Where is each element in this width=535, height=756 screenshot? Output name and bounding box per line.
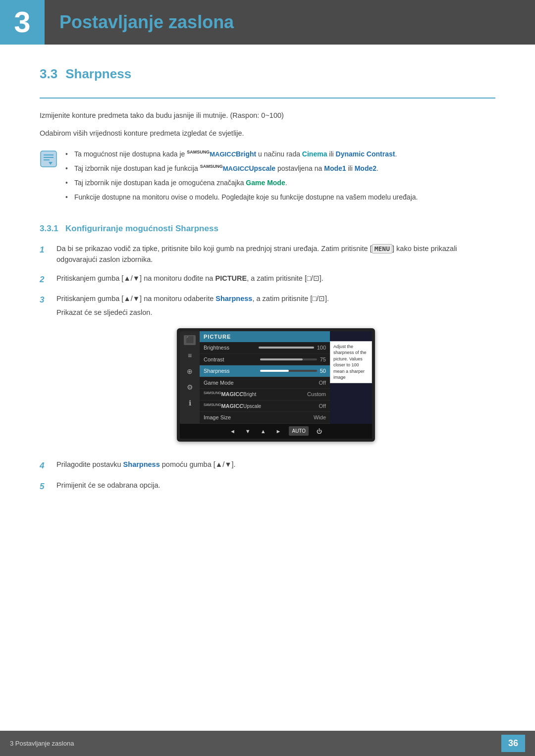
- step-5-number: 5: [40, 480, 50, 493]
- menu-item-imagesize: Image Size Wide: [200, 412, 330, 424]
- note-item-2: Taj izbornik nije dostupan kad je funkci…: [65, 163, 418, 174]
- steps-list: 1 Da bi se prikazao vodič za tipke, prit…: [40, 244, 495, 493]
- section-heading: 3.3 Sharpness: [40, 64, 495, 84]
- step-3-number: 3: [40, 294, 50, 306]
- sidebar-icon-gear: ⚙: [184, 383, 196, 393]
- step-2: 2 Pritiskanjem gumba [▲/▼] na monitoru d…: [40, 273, 495, 286]
- menu-item-contrast: Contrast 75: [200, 354, 330, 366]
- subsection-heading: 3.3.1 Konfiguriranje mogućnosti Sharpnes…: [40, 222, 495, 235]
- svg-rect-0: [41, 151, 56, 167]
- nav-btn-power: ⏻: [315, 426, 324, 437]
- note-icon: [40, 150, 57, 168]
- notes-block: Ta mogućnost nije dostupna kada je SAMSU…: [40, 149, 495, 206]
- step-1-text: Da bi se prikazao vodič za tipke, pritis…: [56, 244, 495, 265]
- note-item-4: Funkcije dostupne na monitoru ovise o mo…: [65, 192, 418, 202]
- section-number: 3.3: [40, 64, 57, 84]
- monitor-screenshot: ⬛ ≡ ⊕ ⚙ ℹ PICTURE Brigh: [177, 328, 375, 442]
- nav-btn-auto: AUTO: [289, 426, 309, 436]
- menu-item-magicbright: SAMSUNGMAGICCBright Custom: [200, 389, 330, 401]
- subsection-title: Konfiguriranje mogućnosti Sharpness: [65, 224, 218, 233]
- monitor-menu-panel: PICTURE Brightness 100: [200, 331, 330, 424]
- monitor-outer: ⬛ ≡ ⊕ ⚙ ℹ PICTURE Brigh: [177, 328, 375, 442]
- nav-btn-left: ◄: [228, 426, 237, 437]
- monitor-bottom-bar: ◄ ▼ ▲ ► AUTO ⏻: [180, 424, 372, 439]
- step-5: 5 Primijenit će se odabrana opcija.: [40, 480, 495, 493]
- step-3: 3 Pritiskanjem gumba [▲/▼] na monitoru o…: [40, 294, 495, 452]
- sidebar-icon-monitor: ⬛: [184, 335, 196, 345]
- step-5-text: Primijenit će se odabrana opcija.: [56, 480, 495, 491]
- main-content: 3.3 Sharpness Izmijenite konture predmet…: [0, 64, 535, 540]
- menu-header: PICTURE: [200, 331, 330, 343]
- menu-item-sharpness: Sharpness 50: [200, 365, 330, 377]
- menu-item-brightness: Brightness 100: [200, 342, 330, 354]
- sidebar-icon-arrows: ⊕: [184, 367, 196, 377]
- notes-list: Ta mogućnost nije dostupna kada je SAMSU…: [65, 149, 418, 206]
- footer-chapter-label: 3 Postavljanje zaslona: [10, 739, 74, 749]
- step-4-text: Prilagodite postavku Sharpness pomoću gu…: [56, 459, 495, 470]
- nav-btn-down: ▼: [243, 426, 253, 437]
- menu-item-gamemode: Game Mode Off: [200, 377, 330, 389]
- sidebar-icon-info: ℹ: [184, 399, 196, 408]
- chapter-title-area: Postavljanje zaslona: [45, 0, 234, 45]
- chapter-header: 3 Postavljanje zaslona: [0, 0, 535, 45]
- step-4: 4 Prilagodite postavku Sharpness pomoću …: [40, 459, 495, 472]
- intro-para2: Odabirom viših vrijednosti konture predm…: [40, 128, 495, 139]
- step-1-number: 1: [40, 244, 50, 256]
- nav-btn-right: ►: [274, 426, 283, 437]
- menu-item-magicupscale: SAMSUNGMAGICCUpscale Off: [200, 401, 330, 412]
- footer-page-number: 36: [501, 735, 525, 752]
- step-1: 1 Da bi se prikazao vodič za tipke, prit…: [40, 244, 495, 265]
- monitor-tooltip: Adjust the sharpness of the picture. Val…: [330, 341, 372, 384]
- monitor-sidebar: ⬛ ≡ ⊕ ⚙ ℹ: [180, 331, 200, 424]
- step-2-text: Pritiskanjem gumba [▲/▼] na monitoru dođ…: [56, 273, 495, 284]
- note-item-1: Ta mogućnost nije dostupna kada je SAMSU…: [65, 149, 418, 159]
- step-4-number: 4: [40, 459, 50, 472]
- page-footer: 3 Postavljanje zaslona 36: [0, 731, 535, 756]
- nav-btn-up: ▲: [259, 426, 268, 437]
- note-item-3: Taj izbornik nije dostupan kada je omogu…: [65, 178, 418, 188]
- step-3-text: Pritiskanjem gumba [▲/▼] na monitoru oda…: [56, 294, 495, 452]
- monitor-screen: ⬛ ≡ ⊕ ⚙ ℹ PICTURE Brigh: [180, 331, 372, 424]
- subsection-number: 3.3.1: [40, 224, 58, 233]
- chapter-number: 3: [0, 0, 45, 45]
- step-2-number: 2: [40, 273, 50, 286]
- section-divider: [40, 98, 495, 99]
- section-title: Sharpness: [65, 64, 131, 84]
- intro-para1: Izmijenite konture predmeta tako da budu…: [40, 110, 495, 121]
- chapter-title: Postavljanje zaslona: [59, 9, 234, 36]
- sidebar-icon-lines: ≡: [184, 351, 196, 361]
